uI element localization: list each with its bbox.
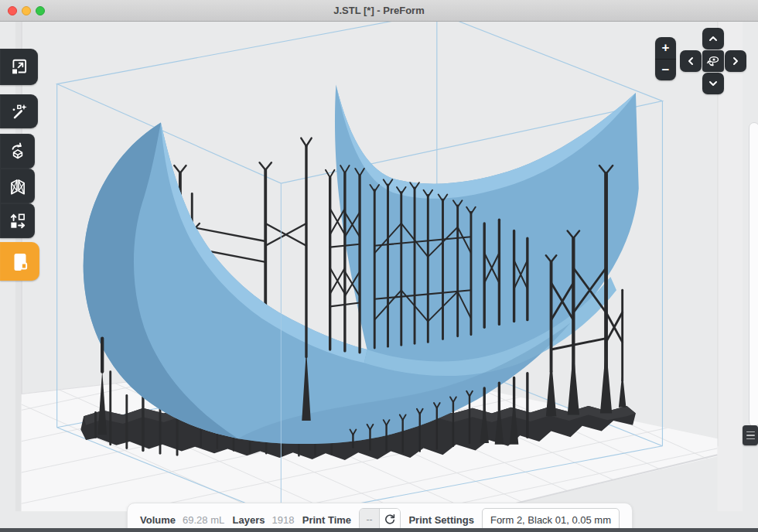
chevron-left-icon [685, 56, 696, 66]
zoom-out-button[interactable]: − [655, 60, 676, 81]
layout-arrange-icon [8, 211, 28, 231]
size-tool-button[interactable] [0, 49, 38, 85]
view-orbit-button[interactable] [702, 50, 724, 72]
print-settings-value: Form 2, Black 01, 0.05 mm [490, 514, 611, 526]
layout-tool-button[interactable] [0, 203, 35, 238]
print-time-refresh-button[interactable] [379, 509, 400, 530]
print-time-value: -- [360, 509, 379, 530]
titlebar: J.STL [*] - PreForm [0, 0, 758, 22]
pan-down-button[interactable] [702, 73, 724, 94]
orbit-dpad [680, 28, 748, 96]
rotate-cube-icon [8, 142, 28, 162]
window-title: J.STL [*] - PreForm [0, 0, 758, 22]
refresh-icon [384, 513, 396, 526]
chevron-right-icon [730, 56, 741, 66]
orientation-tool-button[interactable] [0, 134, 35, 169]
chevron-down-icon [708, 78, 719, 89]
magic-wand-icon [9, 101, 29, 121]
volume-value: 69.28 mL [183, 514, 224, 526]
one-click-print-button[interactable] [0, 94, 38, 128]
preform-window: J.STL [*] - PreForm [0, 0, 758, 532]
window-bottom-edge [0, 528, 758, 532]
grip-lines-icon [746, 431, 755, 433]
zoom-control: + − [655, 37, 676, 80]
volume-label: Volume [140, 514, 176, 526]
zoom-in-button[interactable]: + [655, 37, 676, 60]
pan-up-button[interactable] [702, 28, 724, 49]
scale-icon [9, 57, 29, 77]
print-settings-label: Print Settings [408, 514, 474, 526]
pan-right-button[interactable] [725, 50, 746, 72]
orbit-eye-icon [705, 53, 722, 70]
print-job-button[interactable] [0, 242, 39, 281]
pan-left-button[interactable] [680, 50, 702, 72]
resin-cartridge-icon [9, 250, 32, 273]
layer-slider-handle[interactable] [743, 425, 758, 445]
minus-icon: − [662, 63, 670, 77]
chevron-up-icon [708, 33, 719, 44]
layer-slider-track[interactable] [749, 122, 758, 427]
viewport-3d-scene[interactable] [0, 22, 758, 532]
print-time-label: Print Time [302, 514, 351, 526]
layers-value: 1918 [271, 514, 294, 526]
plus-icon: + [662, 41, 670, 54]
supports-tool-button[interactable] [0, 169, 35, 203]
viewport: + − [0, 22, 758, 532]
layers-label: Layers [233, 514, 265, 526]
supports-truss-icon [8, 176, 28, 196]
